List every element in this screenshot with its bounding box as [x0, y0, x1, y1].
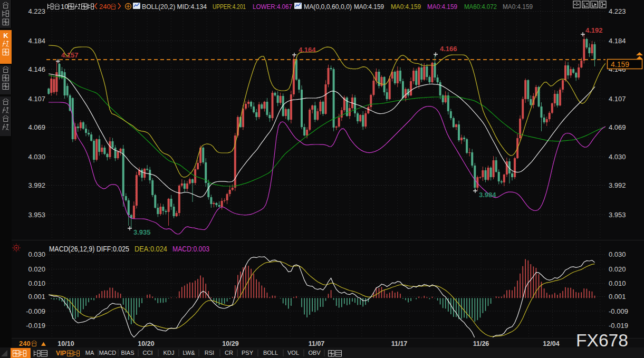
svg-text:0.010: 0.010 — [28, 279, 45, 287]
svg-text:4.107: 4.107 — [28, 95, 45, 103]
svg-text:MA60:4.072: MA60:4.072 — [464, 3, 497, 11]
svg-text:4.184: 4.184 — [609, 37, 626, 45]
svg-text:MA0:4.159: MA0:4.159 — [427, 3, 457, 11]
svg-text:KDJ: KDJ — [164, 350, 175, 356]
svg-text:4.223: 4.223 — [28, 7, 45, 15]
svg-text:K: K — [3, 32, 8, 40]
svg-text:MA(0,0,0,60,0,0): MA(0,0,0,60,0,0) — [304, 3, 352, 11]
svg-text:0.030: 0.030 — [609, 250, 626, 258]
svg-text:0.010: 0.010 — [609, 279, 626, 287]
svg-text:11/07: 11/07 — [309, 340, 325, 347]
svg-text:3.935: 3.935 — [133, 228, 151, 236]
svg-text:10/20: 10/20 — [138, 340, 154, 347]
svg-text:MACD: MACD — [99, 350, 116, 356]
svg-text:240: 240 — [99, 3, 111, 11]
svg-text:4.159: 4.159 — [611, 60, 629, 69]
svg-text:12/04: 12/04 — [543, 340, 559, 347]
svg-text:4.069: 4.069 — [28, 123, 45, 131]
svg-text:-0.009: -0.009 — [609, 307, 628, 315]
svg-text:10: 10 — [61, 3, 68, 11]
svg-text:LW&: LW& — [182, 350, 195, 356]
svg-text:-0.019: -0.019 — [609, 322, 628, 330]
svg-text:BIAS: BIAS — [121, 350, 134, 356]
svg-text:VOL: VOL — [287, 350, 299, 356]
svg-text:4.164: 4.164 — [299, 46, 316, 54]
svg-text:4.146: 4.146 — [28, 65, 45, 73]
svg-text:LOWER:4.067: LOWER:4.067 — [253, 3, 292, 11]
svg-text:4.192: 4.192 — [585, 26, 603, 34]
svg-text:CR: CR — [225, 350, 233, 356]
svg-text:4.157: 4.157 — [61, 51, 79, 59]
svg-text:11/26: 11/26 — [473, 340, 489, 347]
svg-text:VIP: VIP — [56, 350, 66, 357]
svg-text:0.020: 0.020 — [609, 265, 626, 273]
svg-text:PSY: PSY — [242, 350, 254, 356]
svg-text:0.001: 0.001 — [609, 293, 626, 301]
svg-text:0.020: 0.020 — [28, 265, 45, 273]
svg-text:CCI: CCI — [143, 350, 153, 356]
svg-text:4.166: 4.166 — [440, 45, 457, 53]
svg-text:UPPER:4.201: UPPER:4.201 — [213, 3, 246, 11]
svg-text:MA0:4.159: MA0:4.159 — [503, 3, 533, 11]
svg-text:-0.009: -0.009 — [26, 307, 45, 315]
svg-text:MA: MA — [85, 350, 94, 356]
svg-text:DEA:0.024: DEA:0.024 — [134, 245, 167, 253]
svg-text:0.030: 0.030 — [28, 250, 45, 258]
svg-text:MA0:4.159: MA0:4.159 — [354, 3, 384, 11]
svg-text:RSI: RSI — [205, 350, 214, 356]
svg-text:0.001: 0.001 — [28, 293, 45, 301]
svg-text:BOLL(20,2) MID:4.134: BOLL(20,2) MID:4.134 — [142, 3, 207, 11]
svg-text:MA0:4.159: MA0:4.159 — [391, 3, 421, 11]
svg-text:240: 240 — [19, 340, 31, 347]
svg-text:11/17: 11/17 — [391, 340, 408, 347]
svg-text:3.953: 3.953 — [28, 211, 45, 219]
svg-text:10/29: 10/29 — [222, 340, 238, 347]
svg-text:3.992: 3.992 — [28, 181, 45, 189]
svg-text:BOLL: BOLL — [263, 350, 278, 356]
svg-text:MACD:0.003: MACD:0.003 — [172, 245, 209, 253]
svg-text:-0.019: -0.019 — [26, 322, 45, 330]
svg-text:4.030: 4.030 — [28, 153, 45, 161]
svg-text:MACD(26,12,9) DIFF:0.025: MACD(26,12,9) DIFF:0.025 — [49, 245, 129, 253]
svg-text:FX678: FX678 — [576, 330, 628, 350]
svg-text:4.030: 4.030 — [609, 153, 626, 161]
svg-text:4.069: 4.069 — [609, 123, 626, 131]
svg-text:4.184: 4.184 — [28, 37, 45, 45]
svg-text:4.223: 4.223 — [609, 7, 626, 15]
svg-text:3.953: 3.953 — [609, 211, 626, 219]
svg-text:3.992: 3.992 — [609, 181, 626, 189]
svg-text:OBV: OBV — [308, 350, 321, 356]
svg-text:3.984: 3.984 — [479, 191, 496, 199]
svg-text:4.107: 4.107 — [609, 95, 626, 103]
svg-text:10/10: 10/10 — [57, 340, 74, 347]
